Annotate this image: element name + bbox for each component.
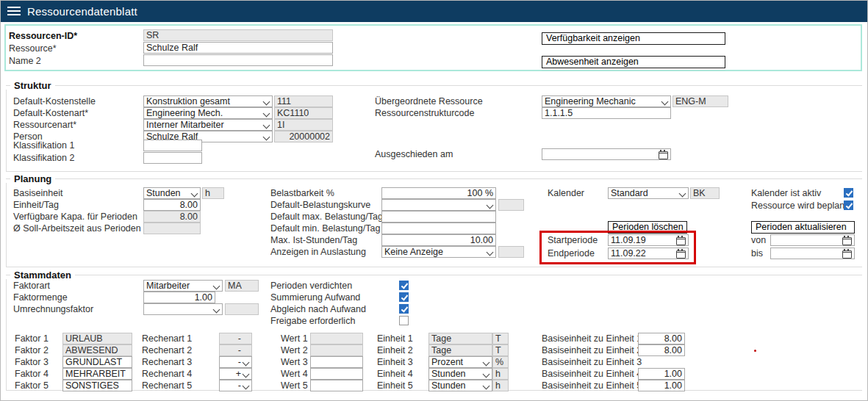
name2-input[interactable] — [143, 54, 333, 66]
soll-arbeitszeit-field — [143, 223, 201, 234]
klassifikation2-label: Klassifikation 2 — [13, 152, 74, 164]
faktor1-field: URLAUB — [62, 333, 132, 344]
verfuegbare-kapa-field: 8.00 — [143, 211, 201, 223]
summierung-aufwand-checkbox[interactable] — [399, 292, 409, 302]
verfuegbare-kapa-label: Verfügbare Kapa. für Perioden — [13, 211, 137, 223]
show-absence-button[interactable]: Abwesenheit anzeigen — [542, 56, 725, 68]
ressource-beplant-checkbox[interactable] — [844, 201, 853, 210]
rechenart3-select[interactable]: - — [219, 356, 252, 368]
basiseinheit1-input[interactable]: 8.00 — [638, 333, 685, 344]
kalender-label: Kalender — [548, 187, 584, 199]
einheit4-select[interactable]: Stunden — [428, 368, 492, 380]
wert3-input[interactable] — [310, 356, 363, 368]
rechenart4-label: Rechenart 4 — [142, 368, 192, 380]
klassifikation1-input[interactable] — [143, 140, 202, 151]
ressourcenart-code: 1I — [274, 119, 333, 131]
endperiode-date-input[interactable]: 11.09.22 — [608, 248, 689, 259]
faktor5-input[interactable]: SONSTIGES — [62, 380, 132, 391]
einheit5-unit: h — [492, 380, 509, 391]
chevron-down-icon — [243, 383, 250, 390]
startperiode-label: Startperiode — [548, 234, 598, 246]
belastungskurve-select[interactable] — [381, 199, 496, 211]
faktor4-input[interactable]: MEHRARBEIT — [62, 368, 132, 380]
planung-section-header: Planung — [6, 173, 862, 184]
einheit2-label: Einheit 2 — [377, 344, 413, 356]
uebergeordnete-ressource-label: Übergeordnete Ressource — [375, 95, 483, 107]
abgleich-aufwand-checkbox[interactable] — [399, 304, 409, 314]
belastungskurve-code — [498, 199, 524, 211]
hamburger-menu-icon[interactable] — [7, 7, 21, 15]
chevron-down-icon — [483, 371, 490, 378]
uebergeordnete-ressource-select[interactable]: Engineering Mechanic — [542, 95, 671, 107]
max-belastung-label: Default max. Belastung/Tag — [270, 211, 383, 223]
basiseinheit-select[interactable]: Stunden — [143, 187, 201, 199]
kalender-select[interactable]: Standard — [608, 187, 689, 199]
ressourcenart-select[interactable]: Interner Mitarbeiter — [143, 119, 273, 131]
show-availability-button[interactable]: Verfügbarkeit anzeigen — [542, 32, 725, 45]
einheit2-field: Tage — [428, 344, 492, 356]
perioden-verdichten-checkbox[interactable] — [399, 281, 409, 290]
anzeigen-auslastung-select[interactable]: Keine Anzeige — [381, 246, 496, 258]
default-kostenstelle-select[interactable]: Konstruktion gesamt — [143, 95, 273, 107]
einheit1-label: Einheit 1 — [377, 333, 413, 344]
min-belastung-input[interactable] — [381, 223, 496, 234]
basiseinheit5-input[interactable]: 1.00 — [638, 380, 685, 391]
basiseinheit-label: Basiseinheit — [13, 187, 62, 199]
basiseinheit4-input[interactable]: 1.00 — [638, 368, 685, 380]
perioden-aktualisieren-button[interactable]: Perioden aktualisieren — [751, 221, 855, 234]
freigabe-erforderlich-checkbox[interactable] — [399, 316, 409, 325]
bis-date-input[interactable] — [770, 248, 855, 259]
rechenart2-label: Rechenart 2 — [142, 344, 192, 356]
anzeigen-auslastung-code — [498, 246, 524, 258]
calendar-icon[interactable] — [842, 250, 852, 259]
einheit3-select[interactable]: Prozent — [428, 356, 492, 368]
ressourcenstrukturcode-input[interactable]: 1.1.1.5 — [542, 107, 671, 119]
page-title: Ressourcendatenblatt — [27, 5, 137, 18]
wert2-field — [310, 344, 363, 356]
belastbarkeit-input[interactable]: 100 % — [381, 187, 496, 199]
max-belastung-input[interactable] — [381, 211, 496, 223]
max-ist-stunden-label: Max. Ist-Stunden/Tag — [270, 234, 357, 246]
rechenart4-select[interactable]: + — [219, 368, 252, 380]
wert5-label: Wert 5 — [281, 380, 308, 391]
calendar-icon[interactable] — [842, 237, 852, 245]
von-label: von — [751, 234, 766, 246]
chevron-down-icon — [661, 98, 669, 106]
wert1-label: Wert 1 — [281, 333, 308, 344]
default-kostenstelle-code: 111 — [274, 95, 333, 107]
resource-id-field: SR — [143, 29, 333, 41]
perioden-loeschen-button[interactable]: Perioden löschen — [608, 221, 687, 234]
max-ist-stunden-input[interactable]: 10.00 — [381, 234, 496, 246]
kalender-aktiv-checkbox[interactable] — [844, 188, 853, 198]
ausgeschieden-am-label: Ausgeschieden am — [375, 148, 453, 160]
wert5-input[interactable] — [310, 380, 363, 391]
wert4-input[interactable] — [310, 368, 363, 380]
chevron-down-icon — [191, 190, 198, 198]
basiseinheit2-input[interactable]: 8.00 — [638, 344, 685, 356]
klassifikation2-input[interactable] — [143, 152, 202, 164]
einheit5-select[interactable]: Stunden — [428, 380, 492, 391]
umrechnungsfaktor-select[interactable] — [143, 303, 223, 315]
default-kostenart-select[interactable]: Engineering Mech. — [143, 107, 273, 119]
rechenart5-select[interactable]: - — [219, 380, 252, 391]
kalender-aktiv-label: Kalender ist aktiv — [751, 187, 821, 199]
calendar-icon[interactable] — [659, 151, 668, 159]
chevron-down-icon — [487, 249, 494, 256]
einheit3-unit: % — [492, 356, 509, 368]
faktorart-select[interactable]: Mitarbeiter — [143, 280, 223, 292]
einheit5-label: Einheit 5 — [377, 380, 413, 391]
resource-id-panel — [4, 24, 862, 71]
anzeigen-auslastung-label: Anzeigen in Auslastung — [270, 246, 366, 258]
resource-label: Ressource* — [9, 43, 57, 54]
ausgeschieden-am-date-input[interactable] — [542, 148, 671, 160]
von-date-input[interactable] — [770, 234, 855, 246]
calendar-icon[interactable] — [676, 237, 686, 245]
calendar-icon[interactable] — [676, 250, 686, 259]
einheit-tag-input[interactable]: 8.00 — [143, 199, 201, 211]
wert1-field — [310, 333, 363, 344]
basiseinheit2-label: Basiseinheit zu Einheit 2 — [542, 344, 642, 356]
resource-name-input[interactable]: Schulze Ralf — [143, 42, 333, 54]
faktormenge-input[interactable]: 1.00 — [143, 292, 215, 303]
startperiode-date-input[interactable]: 11.09.19 — [608, 234, 689, 246]
faktor3-input[interactable]: GRUNDLAST — [62, 356, 132, 368]
